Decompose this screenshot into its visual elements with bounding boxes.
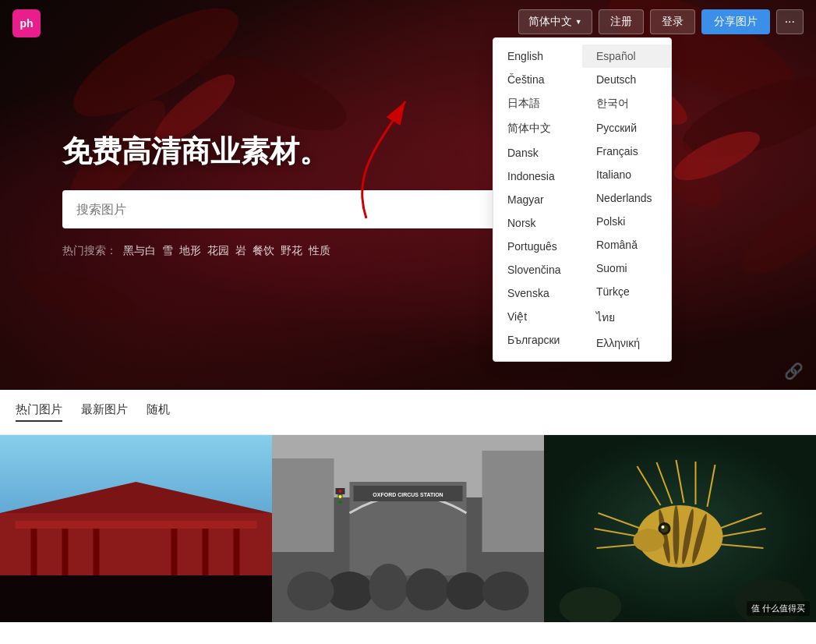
image-card-3[interactable]: 值 什么值得买	[544, 435, 816, 622]
svg-point-65	[661, 525, 669, 533]
tab-latest[interactable]: 最新图片	[81, 402, 128, 422]
svg-rect-18	[16, 521, 257, 529]
more-button[interactable]: ···	[776, 9, 804, 34]
lang-russian[interactable]: Русский	[582, 116, 671, 140]
lang-francais[interactable]: Français	[582, 140, 671, 163]
svg-rect-19	[31, 529, 37, 575]
svg-point-43	[339, 495, 342, 498]
svg-text:OXFORD CIRCUS STATION: OXFORD CIRCUS STATION	[373, 492, 443, 497]
hot-item-4[interactable]: 花园	[207, 244, 229, 258]
svg-rect-24	[234, 529, 240, 575]
lang-indonesia[interactable]: Indonesia	[493, 165, 582, 188]
lang-simplified-chinese[interactable]: 简体中文	[493, 116, 582, 141]
language-dropdown: English Čeština 日本語 简体中文 Dansk Indonesia…	[493, 37, 672, 362]
lang-turkce[interactable]: Türkçe	[582, 280, 671, 303]
header: ph 简体中文 注册 登录 分享图片 ···	[0, 0, 816, 44]
tab-hot[interactable]: 热门图片	[16, 402, 62, 422]
svg-rect-21	[94, 529, 100, 575]
hero-title: 免费高清商业素材。	[62, 132, 329, 172]
lang-norsk[interactable]: Norsk	[493, 211, 582, 235]
link-icon: 🔗	[784, 362, 804, 380]
nav-tabs: 热门图片 最新图片 随机	[0, 390, 816, 435]
hot-item-1[interactable]: 黑与白	[123, 244, 156, 258]
language-button[interactable]: 简体中文	[518, 9, 592, 34]
lang-portugues[interactable]: Português	[493, 235, 582, 258]
svg-point-35	[369, 564, 408, 610]
header-right: 简体中文 注册 登录 分享图片 ···	[518, 9, 804, 34]
image-card-2[interactable]: OXFORD CIRCUS STATION	[272, 435, 544, 622]
lang-dansk[interactable]: Dansk	[493, 141, 582, 165]
lang-italiano[interactable]: Italiano	[582, 163, 671, 186]
image-oxford: OXFORD CIRCUS STATION	[272, 435, 544, 622]
svg-rect-30	[482, 451, 545, 552]
svg-point-42	[339, 490, 342, 493]
svg-point-37	[447, 572, 487, 610]
dropdown-columns: English Čeština 日本語 简体中文 Dansk Indonesia…	[493, 38, 671, 361]
lang-english[interactable]: English	[493, 44, 582, 68]
svg-point-39	[482, 571, 529, 610]
hot-search: 热门搜索： 黑与白 雪 地形 花园 岩 餐饮 野花 性质	[62, 244, 330, 258]
lang-svenska[interactable]: Svenska	[493, 281, 582, 305]
lang-viet[interactable]: Việt	[493, 305, 582, 328]
dropdown-col-1: English Čeština 日本語 简体中文 Dansk Indonesia…	[493, 38, 582, 361]
hot-item-5[interactable]: 岩	[235, 244, 246, 258]
lang-deutsch[interactable]: Deutsch	[582, 68, 671, 91]
lang-espanol[interactable]: Español	[582, 44, 671, 68]
hot-item-3[interactable]: 地形	[179, 244, 201, 258]
svg-point-36	[406, 568, 450, 610]
svg-rect-29	[272, 458, 334, 552]
hot-item-7[interactable]: 野花	[281, 244, 302, 258]
search-input[interactable]	[62, 192, 552, 228]
lang-polski[interactable]: Polski	[582, 210, 671, 233]
svg-rect-26	[0, 575, 272, 622]
share-button[interactable]: 分享图片	[701, 9, 770, 34]
hot-item-2[interactable]: 雪	[162, 244, 173, 258]
logo[interactable]: ph	[12, 9, 41, 37]
lang-thai[interactable]: ไทย	[582, 303, 671, 331]
watermark: 值 什么值得买	[747, 601, 810, 616]
lang-greek[interactable]: Ελληνική	[582, 331, 671, 355]
lang-bulgarian[interactable]: Български	[493, 328, 582, 352]
svg-point-67	[634, 529, 665, 552]
svg-point-38	[288, 571, 334, 610]
image-card-1[interactable]	[0, 435, 272, 622]
lang-korean[interactable]: 한국어	[582, 91, 671, 116]
login-button[interactable]: 登录	[650, 9, 695, 34]
svg-point-66	[662, 525, 665, 529]
svg-point-44	[339, 501, 342, 504]
hot-item-6[interactable]: 餐饮	[253, 244, 274, 258]
svg-rect-22	[171, 529, 178, 575]
hot-item-8[interactable]: 性质	[309, 244, 330, 258]
register-button[interactable]: 注册	[599, 9, 644, 34]
svg-rect-20	[62, 529, 69, 575]
lang-magyar[interactable]: Magyar	[493, 188, 582, 211]
image-palace	[0, 435, 272, 622]
lang-slovencina[interactable]: Slovenčina	[493, 258, 582, 281]
dropdown-col-2: Español Deutsch 한국어 Русский Français Ita…	[582, 38, 671, 361]
lang-nederlands[interactable]: Nederlands	[582, 186, 671, 210]
lang-cestina[interactable]: Čeština	[493, 68, 582, 91]
image-grid: OXFORD CIRCUS STATION	[0, 435, 816, 622]
image-lionfish	[544, 435, 816, 622]
hero-section: ph 简体中文 注册 登录 分享图片 ··· English Čeština 日…	[0, 0, 816, 390]
hot-search-label: 热门搜索：	[62, 244, 117, 258]
tab-random[interactable]: 随机	[147, 402, 170, 422]
lang-romana[interactable]: Română	[582, 233, 671, 257]
svg-rect-23	[203, 529, 209, 575]
lang-japanese[interactable]: 日本語	[493, 91, 582, 116]
lang-suomi[interactable]: Suomi	[582, 257, 671, 280]
svg-point-50	[673, 505, 680, 564]
